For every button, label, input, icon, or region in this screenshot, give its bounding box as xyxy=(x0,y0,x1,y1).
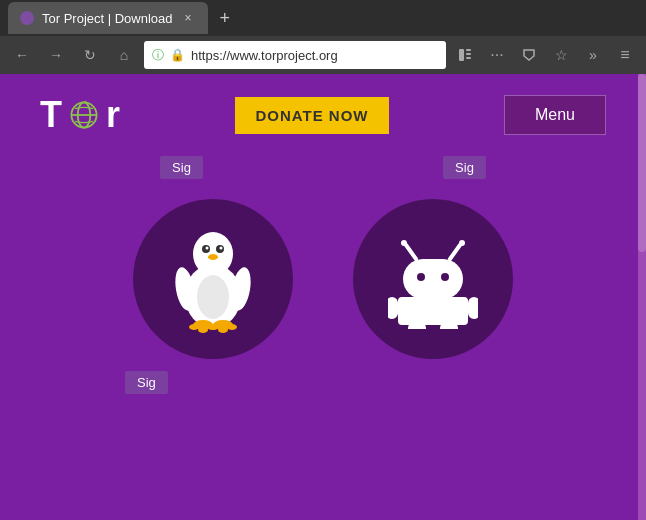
top-sig-row: Sig Sig xyxy=(40,156,606,179)
svg-point-30 xyxy=(417,273,425,281)
logo-r: r xyxy=(106,94,120,136)
svg-point-24 xyxy=(227,324,237,330)
pocket-button[interactable] xyxy=(516,42,542,68)
bookmark-button[interactable]: ☆ xyxy=(548,42,574,68)
tux-icon xyxy=(168,224,258,334)
svg-rect-35 xyxy=(408,322,426,329)
back-button[interactable]: ← xyxy=(8,41,36,69)
svg-point-29 xyxy=(459,240,465,246)
menu-button[interactable]: Menu xyxy=(504,95,606,135)
security-info-icon: ⓘ xyxy=(152,47,164,64)
sig-button-linux-top[interactable]: Sig xyxy=(160,156,203,179)
svg-point-11 xyxy=(206,247,209,250)
home-button[interactable]: ⌂ xyxy=(110,41,138,69)
donate-now-button[interactable]: DONATE NOW xyxy=(235,97,388,134)
svg-line-28 xyxy=(450,245,460,259)
reload-button[interactable]: ↻ xyxy=(76,41,104,69)
svg-rect-1 xyxy=(466,49,471,51)
os-circles-row xyxy=(133,199,513,359)
onion-icon xyxy=(66,97,102,133)
tor-logo: T r xyxy=(40,94,120,136)
android-download-circle[interactable] xyxy=(353,199,513,359)
svg-rect-25 xyxy=(403,259,463,299)
scrollbar[interactable] xyxy=(638,74,646,520)
svg-rect-36 xyxy=(440,322,458,329)
bottom-sig-row: Sig xyxy=(40,371,606,394)
reader-view-button[interactable] xyxy=(452,42,478,68)
download-section: Sig Sig xyxy=(0,156,646,520)
url-text: https://www.torproject.org xyxy=(191,48,338,63)
svg-point-14 xyxy=(197,275,229,319)
svg-rect-34 xyxy=(468,297,478,319)
new-tab-button[interactable]: + xyxy=(212,6,239,31)
svg-rect-2 xyxy=(466,53,471,55)
forward-button[interactable]: → xyxy=(42,41,70,69)
svg-point-31 xyxy=(441,273,449,281)
tab-favicon-icon xyxy=(20,11,34,25)
tab-title: Tor Project | Download xyxy=(42,11,173,26)
page-header: T r DONATE NOW Menu xyxy=(0,74,646,156)
svg-point-12 xyxy=(220,247,223,250)
browser-chrome: Tor Project | Download × + ← → ↻ ⌂ ⓘ 🔒 h… xyxy=(0,0,646,74)
svg-rect-33 xyxy=(388,297,398,319)
lock-icon: 🔒 xyxy=(170,48,185,62)
more-tools-button[interactable]: » xyxy=(580,42,606,68)
svg-rect-0 xyxy=(459,49,464,61)
svg-point-27 xyxy=(401,240,407,246)
tab-bar: Tor Project | Download × + xyxy=(0,0,646,36)
logo-t: T xyxy=(40,94,62,136)
active-tab[interactable]: Tor Project | Download × xyxy=(8,2,208,34)
android-icon xyxy=(388,229,478,329)
svg-point-13 xyxy=(208,254,218,260)
svg-rect-32 xyxy=(398,297,468,325)
svg-point-22 xyxy=(209,324,219,330)
svg-point-20 xyxy=(198,327,208,333)
linux-download-circle[interactable] xyxy=(133,199,293,359)
hamburger-menu-button[interactable]: ≡ xyxy=(612,42,638,68)
svg-point-23 xyxy=(218,327,228,333)
sig-button-linux-bottom[interactable]: Sig xyxy=(125,371,168,394)
svg-line-26 xyxy=(406,245,416,259)
close-tab-button[interactable]: × xyxy=(181,9,196,27)
sig-button-android-top[interactable]: Sig xyxy=(443,156,486,179)
nav-bar: ← → ↻ ⌂ ⓘ 🔒 https://www.torproject.org ·… xyxy=(0,36,646,74)
address-bar[interactable]: ⓘ 🔒 https://www.torproject.org xyxy=(144,41,446,69)
svg-rect-3 xyxy=(466,57,471,59)
scrollbar-thumb[interactable] xyxy=(638,74,646,252)
overflow-menu-button[interactable]: ··· xyxy=(484,42,510,68)
page-content: T r DONATE NOW Menu Sig S xyxy=(0,74,646,520)
svg-point-19 xyxy=(189,324,199,330)
